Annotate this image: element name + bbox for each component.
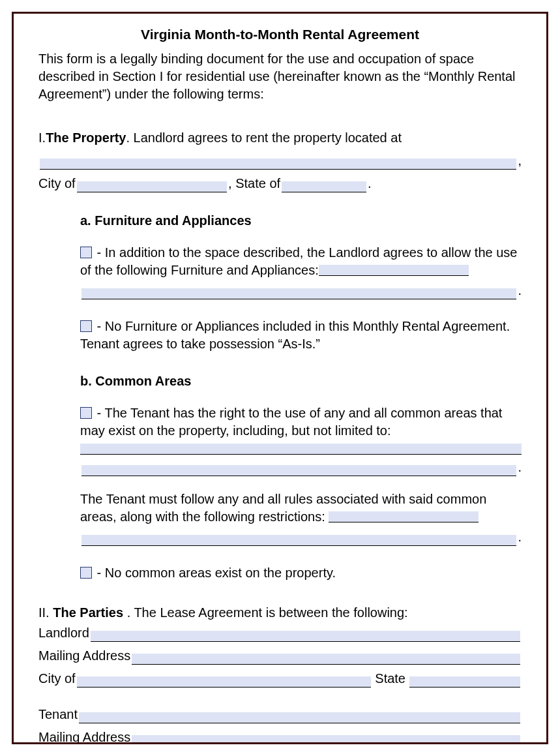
landlord-state-field[interactable] bbox=[409, 676, 520, 688]
state-label: , State of bbox=[228, 175, 280, 192]
document-page: Virginia Month-to-Month Rental Agreement… bbox=[12, 12, 548, 744]
landlord-field[interactable] bbox=[91, 631, 520, 642]
common-areas-rules: The Tenant must follow any and all rules… bbox=[80, 491, 522, 526]
restrictions-field-1[interactable] bbox=[329, 511, 479, 522]
tenant-mailing-row: Mailing Address bbox=[38, 729, 522, 744]
comma: , bbox=[518, 152, 522, 170]
furniture-list-field-2[interactable] bbox=[81, 288, 516, 299]
furniture-list-field-1[interactable] bbox=[319, 265, 469, 276]
furniture-option-2: - No Furniture or Appliances included in… bbox=[80, 318, 522, 353]
common-areas-option-1: - The Tenant has the right to the use of… bbox=[80, 404, 522, 440]
period: . bbox=[368, 175, 372, 192]
section-2-heading: II. The Parties . The Lease Agreement is… bbox=[38, 604, 522, 622]
section-2-title: The Parties bbox=[53, 605, 123, 620]
section-1-heading: I. The Property . Landlord agrees to ren… bbox=[38, 129, 522, 147]
landlord-row: Landlord bbox=[38, 624, 522, 642]
property-address-row: , bbox=[38, 152, 522, 170]
common-areas-option-1-text: - The Tenant has the right to the use of… bbox=[80, 406, 502, 438]
landlord-city-label: City of bbox=[38, 670, 76, 688]
landlord-mailing-field[interactable] bbox=[132, 654, 520, 665]
city-state-row: City of , State of . bbox=[38, 175, 522, 192]
furniture-list-row-2: . bbox=[80, 282, 522, 299]
landlord-mailing-label: Mailing Address bbox=[38, 647, 130, 665]
subsection-b-heading: b. Common Areas bbox=[80, 372, 522, 390]
tenant-mailing-label: Mailing Address bbox=[38, 729, 130, 744]
document-title: Virginia Month-to-Month Rental Agreement bbox=[38, 25, 522, 44]
city-label: City of bbox=[38, 175, 76, 192]
intro-paragraph: This form is a legally binding document … bbox=[38, 50, 522, 103]
tenant-field[interactable] bbox=[79, 712, 520, 723]
landlord-label: Landlord bbox=[38, 624, 89, 642]
furniture-option-2-text: - No Furniture or Appliances included in… bbox=[80, 319, 510, 351]
tenant-label: Tenant bbox=[38, 706, 78, 723]
common-areas-option-2-text: - No common areas exist on the property. bbox=[97, 566, 336, 580]
state-field[interactable] bbox=[282, 181, 366, 192]
common-areas-option-2: - No common areas exist on the property. bbox=[80, 564, 522, 582]
section-2-tail: . The Lease Agreement is between the fol… bbox=[127, 605, 408, 620]
restrictions-row-2: . bbox=[80, 528, 522, 546]
section-1-number: I. bbox=[38, 129, 46, 147]
section-2-number: II. bbox=[38, 605, 53, 620]
common-areas-field-1[interactable] bbox=[80, 444, 522, 455]
section-1-tail: . Landlord agrees to rent the property l… bbox=[126, 129, 402, 147]
checkbox-common-areas-none[interactable] bbox=[80, 567, 92, 579]
common-areas-field-2[interactable] bbox=[81, 465, 516, 476]
landlord-city-field[interactable] bbox=[77, 676, 372, 688]
checkbox-common-areas-exist[interactable] bbox=[80, 407, 92, 419]
tenant-mailing-field[interactable] bbox=[132, 735, 520, 744]
landlord-state-label: State bbox=[372, 670, 408, 688]
checkbox-furniture-included[interactable] bbox=[80, 247, 92, 258]
furniture-option-1: - In addition to the space described, th… bbox=[80, 244, 522, 279]
tenant-row: Tenant bbox=[38, 706, 522, 723]
landlord-mailing-row: Mailing Address bbox=[38, 647, 522, 665]
landlord-city-state-row: City of State bbox=[38, 670, 522, 688]
section-1-title: The Property bbox=[46, 129, 126, 147]
city-field[interactable] bbox=[77, 181, 227, 192]
property-address-field[interactable] bbox=[40, 159, 516, 170]
common-areas-row-2: . bbox=[80, 459, 522, 476]
restrictions-field-2[interactable] bbox=[81, 535, 516, 546]
subsection-a-heading: a. Furniture and Appliances bbox=[80, 212, 522, 230]
checkbox-furniture-none[interactable] bbox=[80, 320, 92, 332]
